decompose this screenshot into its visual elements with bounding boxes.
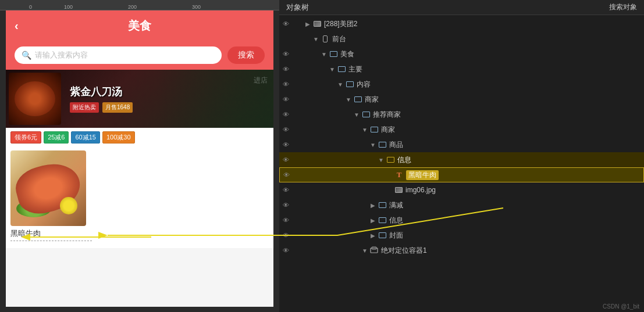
tree-item-img06[interactable]: 👁 img06.jpg bbox=[279, 182, 644, 198]
banner-tag-sales: 月售1648 bbox=[102, 102, 133, 113]
panel-title: 对象树 bbox=[286, 2, 309, 13]
ruler-tick-100: 100 bbox=[64, 4, 73, 10]
expand-arrow[interactable]: ▼ bbox=[353, 112, 361, 118]
node-label: 信息 bbox=[389, 216, 403, 225]
eye-icon[interactable]: 👁 bbox=[279, 187, 292, 193]
ruler-tick-200: 200 bbox=[128, 4, 137, 10]
tree-item-food[interactable]: 👁 ▼ 美食 bbox=[279, 46, 644, 62]
tree-container[interactable]: 👁 ▶ [288]美团2 ▼ 前台 👁 ▼ 美食 👁 ▼ bbox=[279, 15, 644, 312]
node-label: 封面 bbox=[389, 231, 403, 241]
node-label: 绝对定位容器1 bbox=[381, 246, 427, 256]
eye-icon[interactable]: 👁 bbox=[279, 217, 292, 224]
panel-header: 对象树 搜索对象 bbox=[279, 0, 644, 15]
node-icon-rect bbox=[328, 50, 339, 58]
left-panel: 0 100 200 300 ‹ 美食 🔍 请输入搜索内容 搜索 bbox=[0, 0, 279, 312]
tree-item-cover[interactable]: 👁 ▶ 封面 bbox=[279, 228, 644, 243]
search-button[interactable]: 搜索 bbox=[227, 46, 265, 64]
coupon-tag-3[interactable]: 100减30 bbox=[102, 131, 135, 144]
eye-icon[interactable]: 👁 bbox=[279, 202, 292, 209]
eye-icon[interactable]: 👁 bbox=[279, 111, 292, 118]
tree-item-merchant2[interactable]: 👁 ▼ 商家 bbox=[279, 122, 644, 137]
node-icon-rect bbox=[336, 65, 347, 73]
page-title: 美食 bbox=[128, 18, 151, 34]
coupon-tag-0[interactable]: 领券6元 bbox=[10, 131, 41, 144]
node-icon-rect bbox=[369, 125, 379, 134]
tree-item-discount[interactable]: 👁 ▶ 满减 bbox=[279, 198, 644, 213]
eye-icon[interactable]: 👁 bbox=[279, 96, 292, 103]
coupon-tag-2[interactable]: 60减15 bbox=[71, 131, 99, 144]
expand-arrow[interactable]: ▼ bbox=[336, 81, 344, 88]
node-label: 内容 bbox=[357, 80, 371, 89]
back-button[interactable]: ‹ bbox=[15, 19, 19, 33]
node-label: 推荐商家 bbox=[373, 110, 401, 120]
node-icon-mobile bbox=[320, 35, 330, 43]
search-objects-button[interactable]: 搜索对象 bbox=[609, 2, 637, 12]
tree-item-info2[interactable]: 👁 ▶ 信息 bbox=[279, 213, 644, 228]
search-input-wrapper[interactable]: 🔍 请输入搜索内容 bbox=[15, 46, 222, 64]
search-placeholder: 请输入搜索内容 bbox=[35, 50, 88, 60]
tree-item-content[interactable]: 👁 ▼ 内容 bbox=[279, 77, 644, 92]
ruler-top: 0 100 200 300 bbox=[0, 0, 279, 10]
eye-icon[interactable]: 👁 bbox=[280, 171, 293, 178]
expand-arrow[interactable]: ▼ bbox=[344, 96, 353, 103]
node-icon-text: T bbox=[394, 171, 404, 179]
node-label: img06.jpg bbox=[405, 186, 436, 194]
node-icon-img bbox=[393, 186, 404, 194]
eye-icon[interactable]: 👁 bbox=[279, 66, 292, 73]
eye-icon[interactable]: 👁 bbox=[279, 247, 292, 254]
banner-silhouette bbox=[157, 70, 273, 128]
expand-arrow[interactable]: ▶ bbox=[369, 202, 377, 209]
tree-item-info[interactable]: 👁 ▼ 信息 bbox=[279, 152, 644, 167]
node-label: 美食 bbox=[340, 49, 354, 59]
eye-icon[interactable]: 👁 bbox=[279, 232, 292, 239]
ruler-tick-0: 0 bbox=[29, 4, 32, 10]
mobile-frame: ‹ 美食 🔍 请输入搜索内容 搜索 紫金八刀汤 附近热卖 月售1648 bbox=[6, 10, 273, 307]
expand-arrow[interactable]: ▼ bbox=[361, 248, 369, 254]
node-label: 商家 bbox=[381, 125, 395, 135]
node-label-dark-beef: 黑暗牛肉 bbox=[406, 170, 439, 180]
expand-arrow[interactable]: ▼ bbox=[377, 157, 385, 163]
expand-arrow[interactable]: ▼ bbox=[328, 66, 336, 73]
node-label: 商品 bbox=[389, 140, 403, 150]
node-icon-rect bbox=[377, 201, 387, 209]
right-panel: 对象树 搜索对象 👁 ▶ [288]美团2 ▼ 前台 👁 ▼ 美食 bbox=[279, 0, 644, 312]
watermark: CSDN @1_bit bbox=[603, 303, 639, 310]
food-lemon bbox=[60, 197, 77, 214]
expand-arrow[interactable]: ▼ bbox=[369, 142, 377, 148]
node-label: 满减 bbox=[389, 200, 403, 210]
expand-arrow[interactable]: ▶ bbox=[369, 232, 377, 239]
tree-item-recommended[interactable]: 👁 ▼ 推荐商家 bbox=[279, 107, 644, 122]
coupon-tag-1[interactable]: 25减6 bbox=[44, 131, 69, 144]
expand-arrow[interactable]: ▶ bbox=[304, 21, 312, 27]
eye-icon[interactable]: 👁 bbox=[279, 126, 292, 133]
product-img-inner bbox=[10, 150, 86, 226]
node-icon-rect bbox=[361, 110, 371, 119]
tree-item-abs-container[interactable]: 👁 ▼ 绝对定位容器1 bbox=[279, 243, 644, 258]
node-icon-rect bbox=[353, 95, 363, 103]
node-icon-container bbox=[369, 246, 379, 254]
expand-arrow[interactable]: ▼ bbox=[312, 36, 320, 42]
eye-icon[interactable]: 👁 bbox=[279, 141, 292, 148]
tree-item-frontend[interactable]: ▼ 前台 bbox=[279, 31, 644, 46]
tree-item-meituangroup[interactable]: 👁 ▶ [288]美团2 bbox=[279, 16, 644, 31]
eye-icon[interactable]: 👁 bbox=[279, 156, 292, 163]
eye-icon[interactable]: 👁 bbox=[279, 51, 292, 58]
tree-item-main[interactable]: 👁 ▼ 主要 bbox=[279, 62, 644, 77]
node-label: 商家 bbox=[365, 95, 379, 105]
eye-icon[interactable]: 👁 bbox=[279, 81, 292, 88]
coupon-row: 领券6元 25减6 60减15 100减30 bbox=[6, 128, 273, 147]
tree-item-product[interactable]: 👁 ▼ 商品 bbox=[279, 137, 644, 152]
tree-item-merchant[interactable]: 👁 ▼ 商家 bbox=[279, 92, 644, 107]
node-label: 信息 bbox=[397, 155, 411, 165]
expand-arrow[interactable]: ▼ bbox=[361, 127, 369, 133]
product-grid: 黑暗牛肉 bbox=[6, 147, 273, 248]
product-name-0: 黑暗牛肉 bbox=[10, 228, 92, 241]
banner-image: 紫金八刀汤 附近热卖 月售1648 进店 bbox=[6, 70, 273, 128]
expand-arrow[interactable]: ▶ bbox=[369, 217, 377, 224]
node-icon-rect bbox=[385, 156, 396, 164]
expand-arrow[interactable]: ▼ bbox=[320, 51, 328, 58]
tree-item-dark-beef[interactable]: 👁 T 黑暗牛肉 bbox=[279, 167, 644, 182]
eye-icon[interactable]: 👁 bbox=[279, 20, 292, 27]
product-card-0[interactable]: 黑暗牛肉 bbox=[10, 150, 92, 241]
node-label: 主要 bbox=[348, 64, 362, 74]
